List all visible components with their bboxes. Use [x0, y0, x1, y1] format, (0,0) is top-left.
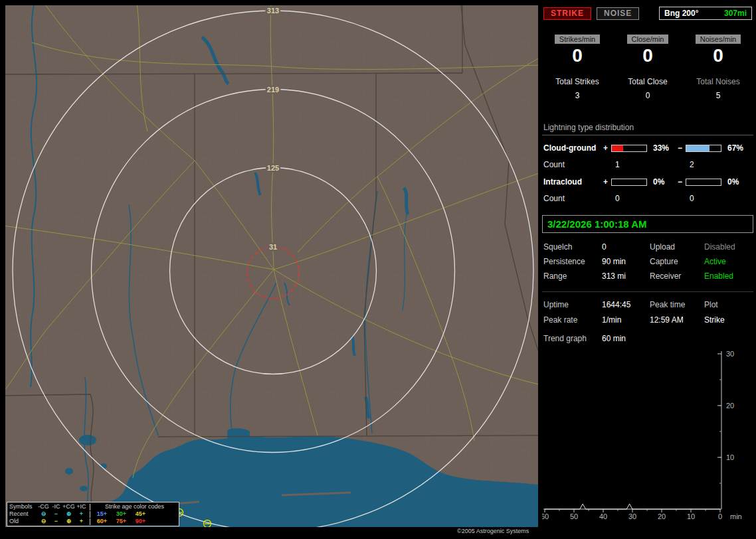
neg-ic-recent-icon: −: [50, 510, 62, 518]
legend-col-pos-cg: +CG: [62, 503, 75, 510]
cloud-ground-row: Cloud-ground + 33% − 67%: [542, 143, 753, 153]
close-per-min: Close/min 0: [613, 35, 683, 66]
svg-text:30: 30: [628, 512, 636, 520]
ring-label-31: 31: [269, 243, 277, 251]
datetime-value: 3/22/2026 1:00:18 AM: [547, 218, 647, 230]
trend-graph-label: Trend graph: [543, 334, 602, 343]
svg-text:50: 50: [570, 512, 578, 520]
peak-time-value: 12:59 AM: [650, 315, 704, 325]
legend-old-label: Old: [9, 518, 37, 525]
capture-status: Active: [704, 257, 753, 266]
cg-plus-bar: [611, 145, 647, 152]
cg-plus-count: 1: [611, 160, 650, 169]
cg-minus-pct: 67%: [724, 143, 744, 153]
ic-plus-pct: 0%: [650, 177, 678, 187]
intracloud-count-row: Count 0 0: [542, 194, 753, 203]
neg-cg-old-icon: ⊖: [37, 518, 50, 525]
ic-minus-bar: [686, 179, 721, 186]
bearing-display: Bng 200° 307mi: [659, 7, 752, 20]
count-label: Count: [542, 160, 603, 169]
peak-rate-value: 1/min: [602, 315, 650, 325]
legend-divider: [90, 504, 90, 510]
rate-counters: Strikes/min 0 Close/min 0 Noises/min 0: [542, 35, 753, 66]
trend-graph-header: Trend graph 60 min: [542, 334, 753, 343]
svg-text:40: 40: [599, 512, 607, 520]
strike-indicator-button[interactable]: STRIKE: [543, 7, 591, 20]
plot-label: Plot: [704, 300, 753, 309]
squelch-value: 0: [602, 242, 650, 252]
total-strikes-label: Total Strikes: [542, 77, 613, 86]
plot-value: Strike: [704, 315, 753, 325]
map-canvas: 313 219 125 31: [5, 5, 538, 527]
neg-cg-recent-icon: ⊖: [37, 510, 50, 518]
noises-per-min-label: Noises/min: [696, 35, 741, 44]
receiver-label: Receiver: [650, 271, 704, 281]
cg-minus-count: 2: [686, 160, 724, 169]
age-code-15: 15+: [92, 510, 112, 518]
ic-plus-bar: [611, 179, 647, 186]
range-label: Range: [543, 271, 602, 281]
peak-rate-label: Peak rate: [543, 315, 602, 325]
ic-minus-count: 0: [686, 194, 724, 203]
datetime-box: 3/22/2026 1:00:18 AM: [542, 215, 753, 233]
strikes-per-min-label: Strikes/min: [555, 35, 600, 44]
pos-cg-recent-icon: ⊕: [62, 510, 75, 518]
bearing-distance: 307mi: [724, 9, 747, 18]
svg-text:10: 10: [726, 453, 734, 461]
peak-time-label: Peak time: [650, 300, 704, 309]
ring-label-219: 219: [267, 86, 279, 94]
close-per-min-value: 0: [613, 45, 683, 66]
cg-minus-bar: [686, 145, 721, 152]
minus-sign: −: [678, 177, 686, 187]
cloud-ground-count-row: Count 1 2: [542, 160, 753, 169]
upload-label: Upload: [650, 242, 704, 252]
total-close: Total Close 0: [613, 77, 683, 100]
cloud-ground-label: Cloud-ground: [542, 143, 603, 153]
svg-text:min: min: [730, 512, 742, 520]
persistence-label: Persistence: [543, 257, 602, 266]
side-panel: STRIKE NOISE Bng 200° 307mi Strikes/min …: [542, 5, 753, 524]
pos-ic-old-icon: +: [75, 518, 88, 525]
legend-symbols-header: Symbols: [9, 503, 37, 510]
trend-graph: 3020106050403020100min: [542, 346, 745, 522]
total-close-value: 0: [613, 91, 683, 100]
total-noises-value: 5: [683, 91, 753, 100]
map-region[interactable]: 313 219 125 31 Symbols -CG -IC +CG +IC S…: [5, 5, 538, 527]
squelch-label: Squelch: [543, 242, 602, 252]
strikes-per-min-value: 0: [542, 45, 613, 66]
svg-text:10: 10: [687, 512, 695, 520]
total-strikes-value: 3: [542, 91, 613, 100]
svg-text:30: 30: [726, 350, 734, 358]
close-per-min-label: Close/min: [627, 35, 669, 44]
ring-label-313: 313: [267, 7, 279, 15]
noises-per-min-value: 0: [683, 45, 753, 66]
noises-per-min: Noises/min 0: [683, 35, 753, 66]
persistence-value: 90 min: [602, 257, 650, 266]
noise-indicator-button[interactable]: NOISE: [597, 7, 639, 20]
age-code-75: 75+: [112, 518, 131, 525]
bearing-label: Bng 200°: [664, 9, 698, 18]
map-legend: Symbols -CG -IC +CG +IC Strike age color…: [7, 502, 179, 526]
plus-sign: +: [603, 143, 611, 153]
trend-window-value: 60 min: [602, 334, 753, 343]
status-grid: Uptime 1644:45 Peak time Plot Peak rate …: [542, 291, 753, 325]
uptime-value: 1644:45: [602, 300, 650, 309]
legend-col-neg-ic: -IC: [50, 503, 62, 510]
cg-plus-pct: 33%: [650, 143, 678, 153]
legend-divider: [90, 511, 90, 518]
svg-text:20: 20: [658, 512, 666, 520]
receiver-status: Enabled: [704, 271, 753, 281]
legend-col-neg-cg: -CG: [37, 503, 50, 510]
count-label: Count: [542, 194, 603, 203]
age-code-60: 60+: [92, 518, 112, 525]
total-noises-label: Total Noises: [683, 77, 753, 86]
age-code-45: 45+: [131, 510, 150, 518]
ic-minus-pct: 0%: [724, 177, 744, 187]
intracloud-label: Intracloud: [542, 177, 603, 187]
legend-col-pos-ic: +IC: [75, 503, 88, 510]
uptime-label: Uptime: [543, 300, 602, 309]
legend-recent-label: Recent: [9, 510, 37, 518]
totals-row: Total Strikes 3 Total Close 0 Total Nois…: [542, 77, 753, 100]
plus-sign: +: [603, 177, 611, 187]
legend-divider: [90, 518, 90, 525]
